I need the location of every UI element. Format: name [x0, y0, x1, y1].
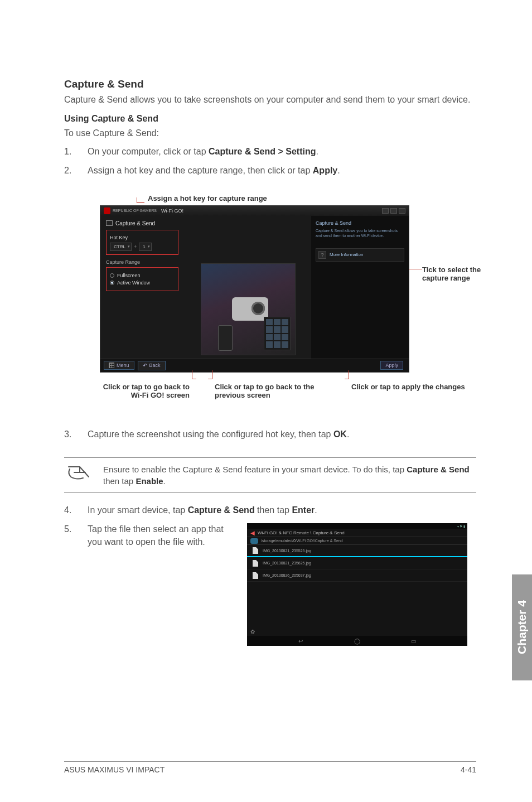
note-text: Ensure to enable the Capture & Send feat… [103, 463, 476, 487]
grid-icon [109, 363, 114, 368]
annotation-text: Tick to select the capture range [422, 265, 483, 283]
annotation-back: Click or tap to go back to the previous … [215, 376, 326, 400]
step-number: 4. [64, 504, 88, 516]
back-arrow-icon: ↶ [143, 363, 147, 369]
annotation-text: Assign a hot key for capture range [148, 194, 267, 203]
step-number: 3. [64, 428, 88, 441]
palette-icon [264, 317, 291, 350]
step-text: Tap the file then select an app that you… [88, 523, 237, 548]
nav-recent-icon[interactable]: ▭ [411, 638, 416, 644]
preview-thumbnail [201, 263, 296, 355]
settings-icon[interactable]: ✿ [250, 629, 255, 635]
radio-on-icon [110, 281, 114, 285]
minimize-button[interactable] [382, 208, 389, 214]
steps-list-1: 1. On your computer, click or tap Captur… [64, 146, 476, 177]
step-3: 3. Capture the screenshot using the conf… [64, 428, 476, 441]
rog-logo-icon [104, 207, 110, 214]
mobile-screenshot: ▾ ⚑ ▮ ◀ Wi-Fi GO! & NFC Remote \ Capture… [247, 523, 467, 646]
back-button[interactable]: ↶ Back [138, 361, 166, 370]
window-title: Wi-Fi GO! [161, 208, 183, 214]
footer-page-number: 4-41 [461, 765, 476, 774]
step-1: 1. On your computer, click or tap Captur… [64, 146, 476, 158]
hotkey-key-select[interactable]: 1 [139, 243, 151, 251]
window-footer: Menu ↶ Back Apply [100, 359, 409, 372]
mobile-statusbar: ▾ ⚑ ▮ [247, 523, 467, 529]
hotkey-modifier-select[interactable]: CTRL [110, 243, 132, 251]
steps-list-2: 3. Capture the screenshot using the conf… [64, 428, 476, 441]
mobile-path: /storage/emulated/0/Wi-Fi GO!/Capture & … [261, 539, 343, 543]
step-5: 5. Tap the file then select an app that … [64, 523, 237, 548]
rog-text: REPUBLIC OF GAMERS [113, 209, 157, 212]
close-button[interactable] [399, 208, 405, 214]
subsection-title: Using Capture & Send [64, 114, 476, 124]
step-text: Capture the screenshot using the configu… [88, 428, 349, 441]
page-footer: ASUS MAXIMUS VI IMPACT 4-41 [64, 761, 476, 774]
hotkey-label: Hot Key [110, 235, 175, 240]
file-row[interactable]: IMG_20130821_235625.jpg [247, 557, 467, 569]
callout-line [409, 269, 422, 269]
menu-button[interactable]: Menu [104, 361, 134, 370]
apply-button[interactable]: Apply [380, 361, 403, 370]
callout-line [345, 370, 349, 379]
radio-off-icon [110, 273, 114, 278]
nav-back-icon[interactable]: ↩ [298, 638, 303, 644]
main-panel: Capture & Send Hot Key CTRL + 1 Capture … [100, 216, 311, 359]
side-panel: Capture & Send Capture & Send allows you… [311, 216, 409, 359]
capture-range-group: Fullscreen Active Window [106, 267, 178, 291]
step-number: 1. [64, 146, 88, 158]
hotkey-group: Hot Key CTRL + 1 [106, 230, 178, 255]
side-title: Capture & Send [316, 220, 404, 227]
radio-active-window[interactable]: Active Window [110, 280, 175, 286]
steps-list-4: 5. Tap the file then select an app that … [64, 523, 237, 548]
file-name: IMG_20130826_205037.jpg [263, 573, 311, 577]
step-text: Assign a hot key and the capture range, … [88, 165, 340, 177]
step-number: 5. [64, 523, 88, 548]
step-2: 2. Assign a hot key and the capture rang… [64, 165, 476, 177]
file-icon [253, 547, 258, 554]
step-text: On your computer, click or tap Capture &… [88, 146, 318, 158]
question-icon: ? [318, 251, 326, 259]
screen-icon [106, 220, 113, 226]
annotation-top: Assign a hot key for capture range [137, 194, 267, 203]
file-row[interactable]: IMG_20130826_205037.jpg [247, 569, 467, 582]
bottom-annotations: Click or tap to go back to Wi-Fi GO! scr… [92, 376, 482, 400]
mobile-titlebar: ◀ Wi-Fi GO! & NFC Remote \ Capture & Sen… [247, 529, 467, 537]
camera-icon [232, 297, 268, 321]
annotation-apply: Click or tap to apply the changes [351, 376, 466, 400]
side-description: Capture & Send allows you to take screen… [316, 228, 404, 238]
file-icon [253, 572, 258, 579]
radio-fullscreen[interactable]: Fullscreen [110, 273, 175, 278]
file-icon [253, 560, 258, 567]
callout-line [208, 370, 212, 379]
chapter-tab: Chapter 4 [512, 574, 532, 680]
note-block: Ensure to enable the Capture & Send feat… [64, 457, 476, 493]
folder-icon [250, 538, 258, 544]
step-4: 4. In your smart device, tap Capture & S… [64, 504, 476, 516]
step5-row: 5. Tap the file then select an app that … [64, 523, 476, 646]
annotation-right: Tick to select the capture range [422, 265, 483, 283]
status-icons: ▾ ⚑ ▮ [457, 524, 465, 528]
mobile-navbar: ↩ ◯ ▭ [247, 636, 467, 646]
breadcrumb: Capture & Send [106, 220, 306, 226]
window-body: Capture & Send Hot Key CTRL + 1 Capture … [100, 216, 409, 359]
steps-list-3: 4. In your smart device, tap Capture & S… [64, 504, 476, 516]
window-titlebar: REPUBLIC OF GAMERS Wi-Fi GO! [100, 206, 409, 216]
mobile-back-icon[interactable]: ◀ [250, 530, 255, 536]
callout-line [192, 370, 196, 379]
help-button[interactable] [390, 208, 397, 214]
step-text: In your smart device, tap Capture & Send… [88, 504, 317, 516]
wifi-go-window: REPUBLIC OF GAMERS Wi-Fi GO! Capture & S… [100, 205, 409, 373]
section-title: Capture & Send [64, 78, 476, 90]
section-intro: Capture & Send allows you to take screen… [64, 94, 476, 106]
callout-line [137, 197, 144, 203]
subsection-intro: To use Capture & Send: [64, 127, 476, 139]
phone-icon [218, 325, 233, 351]
footer-product: ASUS MAXIMUS VI IMPACT [64, 765, 165, 774]
plus-label: + [134, 244, 137, 249]
more-information-button[interactable]: ? More Information [316, 248, 404, 262]
mobile-pathbar: /storage/emulated/0/Wi-Fi GO!/Capture & … [247, 537, 467, 545]
mobile-title: Wi-Fi GO! & NFC Remote \ Capture & Send [258, 530, 345, 535]
file-row[interactable]: IMG_20130821_235525.jpg [247, 545, 467, 557]
nav-home-icon[interactable]: ◯ [354, 638, 360, 644]
figure-wifi-go-settings: Assign a hot key for capture range REPUB… [92, 194, 482, 400]
